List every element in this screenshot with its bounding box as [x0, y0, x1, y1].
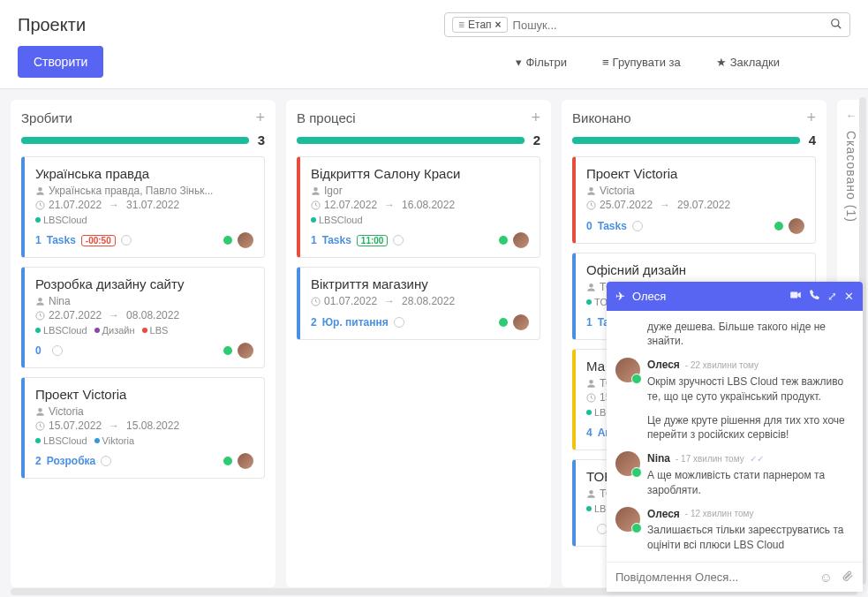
progress-bar	[21, 137, 249, 144]
ring-icon	[394, 317, 404, 328]
tag: LBSCloud	[35, 325, 87, 336]
card-assignee: Victoria	[586, 185, 804, 197]
card-assignee: Українська правда, Павло Зіньк...	[35, 185, 253, 197]
kanban-card[interactable]: Відкриття Салону Краси Igor12.07.2022→16…	[297, 156, 540, 258]
kanban-card[interactable]: Віктриття магазину 01.07.2022→28.08.2022…	[297, 267, 540, 340]
filters-button[interactable]: ▾Фільтри	[516, 56, 567, 69]
avatar[interactable]	[513, 232, 529, 248]
svg-point-0	[832, 19, 839, 26]
svg-rect-9	[790, 291, 797, 298]
chat-message: Олеся- 12 хвилин томуЗалишається тільки …	[615, 507, 854, 553]
emoji-icon[interactable]: ☺	[819, 570, 833, 585]
kanban-card[interactable]: Проект Victoria Victoria25.07.2022→29.07…	[572, 156, 816, 244]
column-count: 2	[533, 132, 540, 147]
card-title: Відкриття Салону Краси	[311, 166, 529, 181]
card-dates: 25.07.2022→29.07.2022	[586, 199, 804, 211]
group-button[interactable]: ≡Групувати за	[602, 56, 681, 69]
close-icon[interactable]: ✕	[844, 290, 854, 303]
card-dates: 12.07.2022→16.08.2022	[311, 199, 529, 211]
card-assignee: Victoria	[35, 405, 253, 418]
status-dot	[223, 346, 232, 355]
status-dot	[499, 318, 508, 327]
task-count: 2	[311, 316, 317, 329]
chat-message: Nina- 17 хвилин тому✓✓А ще можливість ст…	[615, 451, 854, 497]
bookmarks-button[interactable]: ★Закладки	[716, 56, 780, 69]
msg-time: - 12 хвилин тому	[685, 508, 754, 520]
tag: Viktoria	[94, 435, 134, 446]
task-label: Tasks	[47, 234, 76, 246]
check-icon: ✓✓	[750, 453, 764, 465]
chevron-left-icon: ←	[846, 109, 857, 122]
avatar[interactable]	[238, 232, 253, 248]
progress-bar	[572, 137, 800, 144]
chat-message: дуже дешева. Більше такого ніде не знайт…	[615, 320, 854, 350]
svg-line-1	[838, 25, 842, 28]
msg-time: - 22 хвилини тому	[685, 359, 759, 372]
msg-text: Окрім зручності LBS Cloud теж важливо те…	[647, 374, 854, 404]
msg-text: дуже дешева. Більше такого ніде не знайт…	[647, 320, 854, 350]
kanban-card[interactable]: Українська правда Українська правда, Пав…	[21, 156, 265, 258]
avatar[interactable]	[789, 218, 804, 234]
chat-body: дуже дешева. Більше такого ніде не знайт…	[607, 311, 863, 562]
filter-chip[interactable]: ≡ Етап ×	[452, 17, 508, 33]
expand-icon[interactable]: ⤢	[827, 290, 837, 303]
msg-time: - 17 хвилин тому	[676, 453, 744, 465]
task-count: 2	[35, 455, 42, 467]
phone-icon[interactable]	[809, 289, 820, 303]
task-count: 1	[311, 234, 317, 246]
attach-icon[interactable]	[842, 570, 854, 585]
tag: LBSCloud	[35, 435, 87, 446]
tag: TO	[586, 297, 608, 307]
avatar[interactable]	[238, 343, 253, 359]
search-icon[interactable]	[830, 18, 842, 33]
tag: Дизайн	[94, 325, 135, 336]
chat-message: Олеся- 22 хвилини томуОкрім зручності LB…	[615, 358, 854, 404]
msg-author: Олеся	[647, 507, 680, 522]
task-label: Розробка	[47, 455, 96, 467]
progress-bar	[297, 137, 525, 144]
page-title: Проекти	[18, 15, 86, 35]
card-title: Проект Victoria	[35, 387, 253, 402]
video-icon[interactable]	[789, 289, 802, 304]
task-count: 4	[586, 427, 593, 439]
tag: LBS	[142, 325, 169, 336]
msg-author: Олеся	[647, 358, 680, 373]
ring-icon	[121, 235, 132, 246]
avatar[interactable]	[238, 453, 253, 469]
status-dot	[223, 236, 232, 245]
msg-author: Nina	[647, 451, 670, 466]
kanban-card[interactable]: Проект Victoria Victoria15.07.2022→15.08…	[21, 377, 265, 479]
add-card-button[interactable]: +	[531, 109, 540, 127]
chat-input[interactable]	[615, 571, 811, 584]
kanban-column: В процесі+ 2 Відкриття Салону Краси Igor…	[286, 100, 551, 587]
ring-icon	[52, 345, 63, 356]
card-title: Розробка дизайну сайту	[35, 276, 253, 291]
column-count: 3	[258, 132, 265, 147]
card-dates: 01.07.2022→28.08.2022	[311, 295, 529, 307]
list-icon: ≡	[602, 56, 609, 69]
card-dates: 21.07.2022→31.07.2022	[35, 199, 253, 211]
create-button[interactable]: Створити	[18, 46, 103, 78]
msg-avatar	[615, 451, 640, 476]
chat-header[interactable]: ✈ Олеся ⤢ ✕	[607, 282, 863, 311]
star-icon: ★	[716, 56, 727, 69]
collapsed-title: Скасовано (1)	[844, 131, 858, 223]
task-label: Юр. питання	[322, 316, 389, 329]
task-count: 1	[35, 234, 42, 246]
msg-avatar	[615, 507, 640, 532]
tag: LBSCloud	[35, 215, 87, 225]
column-title: В процесі	[297, 110, 531, 125]
search-input[interactable]	[513, 19, 830, 32]
avatar[interactable]	[513, 314, 529, 330]
column-title: Зробити	[21, 110, 255, 125]
kanban-card[interactable]: Розробка дизайну сайту Nina22.07.2022→08…	[21, 267, 265, 368]
search-wrap[interactable]: ≡ Етап ×	[444, 12, 850, 37]
card-title: Офісний дизайн	[586, 262, 804, 277]
ring-icon	[632, 221, 643, 231]
ring-icon	[393, 235, 404, 246]
add-card-button[interactable]: +	[255, 109, 265, 127]
task-count: 0	[586, 220, 593, 232]
task-label: Tasks	[598, 220, 627, 232]
add-card-button[interactable]: +	[806, 109, 816, 127]
chip-remove-icon[interactable]: ×	[495, 19, 502, 31]
